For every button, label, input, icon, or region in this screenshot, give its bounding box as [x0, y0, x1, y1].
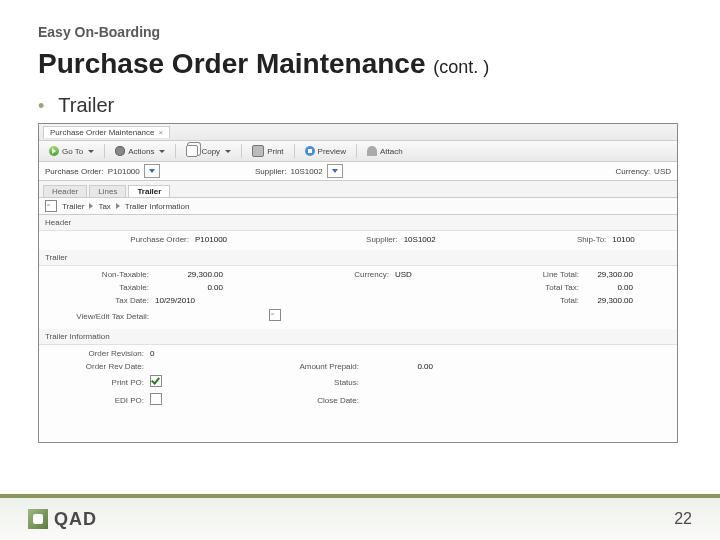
- status-label: Status:: [210, 378, 365, 387]
- title-main: Purchase Order Maintenance: [38, 48, 425, 79]
- paperclip-icon: [367, 146, 377, 156]
- taxable-label: Taxable:: [45, 283, 155, 292]
- hdr-po-label: Purchase Order:: [45, 235, 195, 244]
- actions-label: Actions: [128, 147, 154, 156]
- copy-label: Copy: [201, 147, 220, 156]
- taxable-value: 0.00: [155, 283, 235, 292]
- orderrev-value: 0: [150, 349, 210, 358]
- toolbar: Go To Actions Copy Print Preview: [39, 141, 677, 162]
- amtprepaid-label: Amount Prepaid:: [210, 362, 365, 371]
- window-tab-label: Purchase Order Maintenance: [50, 128, 155, 137]
- trailer-currency-label: Currency:: [315, 270, 395, 279]
- closedate-label: Close Date:: [210, 396, 365, 405]
- amtprepaid-value: 0.00: [365, 362, 445, 371]
- print-label: Print: [267, 147, 283, 156]
- close-icon[interactable]: ×: [159, 128, 164, 137]
- preview-label: Preview: [318, 147, 346, 156]
- attach-button[interactable]: Attach: [361, 144, 409, 158]
- printpo-checkbox[interactable]: [150, 375, 162, 387]
- info-supplier-label: Supplier:: [255, 167, 287, 176]
- slide-title: Purchase Order Maintenance (cont. ): [38, 48, 682, 80]
- goto-button[interactable]: Go To: [43, 144, 100, 158]
- qad-logo: QAD: [28, 509, 97, 530]
- total-value: 29,300.00: [585, 296, 645, 305]
- header-form: Purchase Order: P101000 Supplier: 10S100…: [39, 231, 677, 250]
- printer-icon: [252, 145, 264, 157]
- taxdate-value: 10/29/2010: [155, 296, 235, 305]
- hdr-supplier-label: Supplier:: [254, 235, 404, 244]
- viewedit-label: View/Edit Tax Detail:: [45, 312, 155, 321]
- bullet-icon: •: [38, 97, 44, 115]
- bullet-row: • Trailer: [38, 94, 682, 117]
- info-currency-value: USD: [654, 167, 671, 176]
- copy-button[interactable]: Copy: [180, 143, 237, 159]
- separator: [175, 144, 176, 158]
- totaltax-label: Total Tax:: [535, 283, 585, 292]
- attach-label: Attach: [380, 147, 403, 156]
- info-currency-label: Currency:: [615, 167, 650, 176]
- tab-lines[interactable]: Lines: [89, 185, 126, 197]
- trailer-info-form: Order Revision: 0 Order Rev Date: Amount…: [39, 345, 677, 411]
- slide-kicker: Easy On-Boarding: [38, 24, 682, 40]
- separator: [241, 144, 242, 158]
- viewedit-checkbox[interactable]: [269, 309, 281, 321]
- preview-icon: [305, 146, 315, 156]
- dropdown-icon[interactable]: [144, 164, 160, 178]
- subtab-row: Header Lines Trailer: [39, 181, 677, 198]
- actions-button[interactable]: Actions: [109, 144, 171, 158]
- hdr-shipto-label: Ship-To:: [462, 235, 612, 244]
- dropdown-icon[interactable]: [327, 164, 343, 178]
- chevron-right-icon: [116, 203, 120, 209]
- printpo-label: Print PO:: [45, 378, 150, 387]
- gear-icon: [115, 146, 125, 156]
- separator: [104, 144, 105, 158]
- goto-label: Go To: [62, 147, 83, 156]
- linetotal-label: Line Total:: [535, 270, 585, 279]
- crumb-trailer-info[interactable]: Trailer Information: [125, 202, 190, 211]
- info-po-label: Purchase Order:: [45, 167, 104, 176]
- hdr-po-value: P101000: [195, 235, 254, 244]
- title-suffix: (cont. ): [433, 57, 489, 77]
- separator: [356, 144, 357, 158]
- trailer-currency-value: USD: [395, 270, 465, 279]
- linetotal-value: 29,300.00: [585, 270, 645, 279]
- goto-icon: [49, 146, 59, 156]
- print-button[interactable]: Print: [246, 143, 289, 159]
- section-trailer: Trailer: [39, 250, 677, 266]
- nontax-value: 29,300.00: [155, 270, 235, 279]
- hdr-shipto-value: 10100: [612, 235, 671, 244]
- info-supplier-value: 10S1002: [291, 167, 323, 176]
- section-trailer-info: Trailer Information: [39, 329, 677, 345]
- logo-text: QAD: [54, 509, 97, 530]
- breadcrumb: Trailer Tax Trailer Information: [39, 198, 677, 215]
- total-label: Total:: [535, 296, 585, 305]
- crumb-trailer[interactable]: Trailer: [62, 202, 84, 211]
- tab-header[interactable]: Header: [43, 185, 87, 197]
- nontax-label: Non-Taxable:: [45, 270, 155, 279]
- copy-icon: [186, 145, 198, 157]
- page-number: 22: [674, 510, 692, 528]
- info-po-value: P101000: [108, 167, 140, 176]
- edipo-checkbox[interactable]: [150, 393, 162, 405]
- preview-button[interactable]: Preview: [299, 144, 352, 158]
- totaltax-value: 0.00: [585, 283, 645, 292]
- info-row: Purchase Order: P101000 Supplier: 10S100…: [39, 162, 677, 181]
- window-tab[interactable]: Purchase Order Maintenance ×: [43, 126, 170, 138]
- orderrev-label: Order Revision:: [45, 349, 150, 358]
- hdr-supplier-value: 10S1002: [404, 235, 463, 244]
- separator: [294, 144, 295, 158]
- app-window: Purchase Order Maintenance × Go To Actio…: [38, 123, 678, 443]
- tab-trailer[interactable]: Trailer: [128, 185, 170, 197]
- taxdate-label: Tax Date:: [45, 296, 155, 305]
- chevron-right-icon: [89, 203, 93, 209]
- checkbox-icon[interactable]: [45, 200, 57, 212]
- window-tab-row: Purchase Order Maintenance ×: [39, 124, 677, 141]
- bullet-text: Trailer: [58, 94, 114, 117]
- orderrevdate-label: Order Rev Date:: [45, 362, 150, 371]
- crumb-tax[interactable]: Tax: [98, 202, 110, 211]
- trailer-form: Non-Taxable: 29,300.00 Currency: USD Lin…: [39, 266, 677, 329]
- logo-icon: [28, 509, 48, 529]
- slide-footer: QAD 22: [0, 494, 720, 540]
- section-header: Header: [39, 215, 677, 231]
- edipo-label: EDI PO:: [45, 396, 150, 405]
